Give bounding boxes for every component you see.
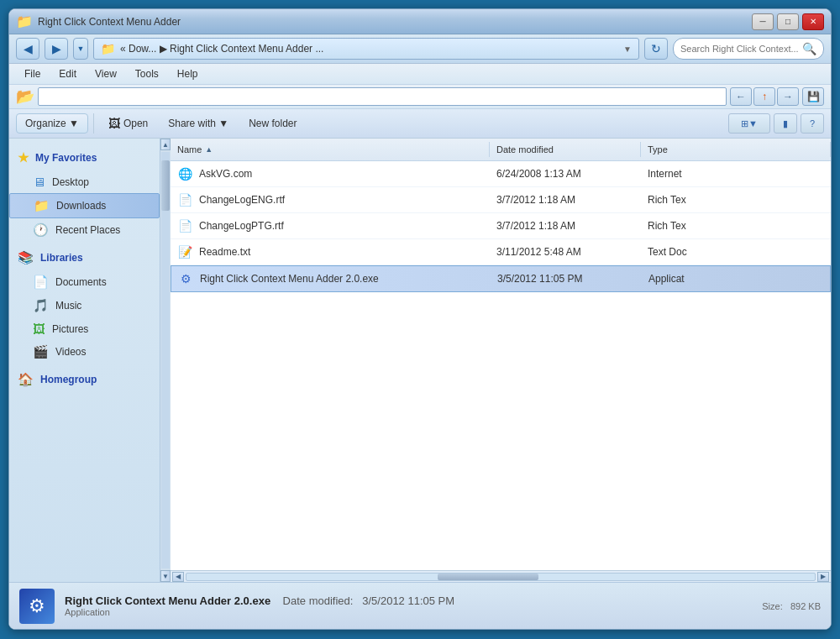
file-icon-2: 📄 (177, 218, 192, 233)
preview-pane-button[interactable]: ▮ (774, 113, 797, 134)
menu-edit[interactable]: Edit (50, 65, 85, 82)
menu-help[interactable]: Help (169, 65, 207, 82)
open-label: Open (123, 118, 148, 129)
toolbar-right: ⊞▼ ▮ ? (728, 113, 824, 134)
file-cell-date-3: 3/11/2012 5:48 AM (490, 244, 641, 259)
downloads-icon: 📁 (34, 198, 50, 213)
file-cell-name-0: 🌐 AskVG.com (171, 165, 490, 183)
open-button[interactable]: 🖼 Open (99, 113, 157, 134)
path-input[interactable] (38, 87, 727, 106)
h-scroll-thumb[interactable] (438, 574, 538, 580)
nav-buttons: ← ↑ → (730, 87, 799, 106)
file-icon-0: 🌐 (177, 166, 192, 181)
minimize-button[interactable]: ─ (752, 13, 774, 30)
share-button[interactable]: Share with ▼ (159, 113, 238, 134)
status-type: Application (65, 607, 752, 617)
view-options-button[interactable]: ⊞▼ (728, 113, 770, 134)
status-size-value: 892 KB (790, 601, 821, 611)
search-input[interactable] (680, 44, 799, 54)
favorites-header[interactable]: ★ My Favorites (9, 145, 160, 170)
favorites-label: My Favorites (35, 152, 97, 164)
search-icon[interactable]: 🔍 (802, 42, 816, 55)
col-type-header[interactable]: Type (641, 142, 831, 157)
address-bar[interactable]: 📁 « Dow... ▶ Right Click Context Menu Ad… (93, 38, 639, 60)
menu-file[interactable]: File (16, 65, 49, 82)
toolbar-separator-1 (93, 113, 94, 134)
sidebar-item-music[interactable]: 🎵 Music (9, 294, 160, 317)
horizontal-scrollbar[interactable]: ◀ ▶ (171, 570, 831, 582)
homegroup-icon: 🏠 (18, 372, 34, 387)
homegroup-section: 🏠 Homegroup (9, 367, 160, 392)
nav-forward-icon[interactable]: → (777, 87, 799, 106)
file-cell-date-4: 3/5/2012 11:05 PM (491, 271, 642, 286)
col-name-header[interactable]: Name ▲ (171, 142, 490, 157)
help-button[interactable]: ? (801, 113, 824, 134)
status-size-label: Size: (762, 601, 782, 611)
libraries-header[interactable]: 📚 Libraries (9, 245, 160, 270)
refresh-button[interactable]: ↻ (644, 38, 668, 60)
file-cell-name-1: 📄 ChangeLogENG.rtf (171, 191, 490, 209)
address-path: « Dow... ▶ Right Click Context Menu Adde… (120, 43, 618, 55)
scroll-left-button[interactable]: ◀ (172, 572, 184, 582)
file-cell-type-4: Applicat (642, 271, 830, 286)
sidebar-item-documents[interactable]: 📄 Documents (9, 270, 160, 294)
homegroup-header[interactable]: 🏠 Homegroup (9, 367, 160, 392)
nav-up-icon[interactable]: ↑ (753, 87, 775, 106)
title-bar-buttons: ─ □ ✕ (752, 13, 824, 30)
scroll-up-button[interactable]: ▲ (160, 139, 171, 150)
status-filename-text: Right Click Context Menu Adder 2.0.exe (65, 594, 270, 607)
status-icon-glyph: ⚙ (29, 595, 45, 617)
sidebar: ★ My Favorites 🖥 Desktop 📁 Downloads 🕐 R… (9, 139, 160, 582)
back-button[interactable]: ◀ (16, 38, 39, 60)
organize-button[interactable]: Organize ▼ (16, 113, 88, 134)
file-name-1: ChangeLogENG.rtf (199, 194, 285, 206)
history-dropdown-button[interactable]: ▼ (73, 38, 88, 60)
scroll-track[interactable] (161, 152, 170, 568)
music-icon: 🎵 (33, 298, 49, 313)
file-cell-name-2: 📄 ChangeLogPTG.rtf (171, 217, 490, 235)
scroll-down-button[interactable]: ▼ (160, 570, 171, 582)
sidebar-item-recent[interactable]: 🕐 Recent Places (9, 218, 160, 242)
col-date-header[interactable]: Date modified (490, 142, 641, 157)
save-button[interactable]: 💾 (802, 87, 824, 106)
nav-back-icon[interactable]: ← (730, 87, 752, 106)
sidebar-item-pictures[interactable]: 🖼 Pictures (9, 317, 160, 340)
table-row[interactable]: 🌐 AskVG.com 6/24/2008 1:13 AM Internet (171, 161, 831, 187)
scroll-right-button[interactable]: ▶ (817, 572, 829, 582)
address-folder-icon: 📁 (101, 42, 115, 55)
table-row[interactable]: ⚙ Right Click Context Menu Adder 2.0.exe… (171, 265, 831, 292)
maximize-button[interactable]: □ (777, 13, 799, 30)
file-list: 🌐 AskVG.com 6/24/2008 1:13 AM Internet 📄… (171, 161, 831, 570)
menu-tools[interactable]: Tools (127, 65, 167, 82)
new-folder-button[interactable]: New folder (239, 113, 306, 134)
table-row[interactable]: 📝 Readme.txt 3/11/2012 5:48 AM Text Doc (171, 239, 831, 265)
open-icon: 🖼 (108, 117, 120, 130)
table-row[interactable]: 📄 ChangeLogPTG.rtf 3/7/2012 1:18 AM Rich… (171, 213, 831, 239)
quick-folder-icon: 📂 (16, 87, 34, 106)
sidebar-scrollbar[interactable]: ▲ ▼ (160, 139, 171, 582)
title-bar: 📁 Right Click Context Menu Adder ─ □ ✕ (9, 9, 831, 34)
sidebar-item-downloads[interactable]: 📁 Downloads (9, 193, 160, 218)
address-area: ◀ ▶ ▼ 📁 « Dow... ▶ Right Click Context M… (9, 34, 831, 64)
menu-view[interactable]: View (87, 65, 125, 82)
main-content: ★ My Favorites 🖥 Desktop 📁 Downloads 🕐 R… (9, 139, 831, 582)
close-button[interactable]: ✕ (802, 13, 824, 30)
recent-icon: 🕐 (33, 223, 49, 238)
status-bar: ⚙ Right Click Context Menu Adder 2.0.exe… (9, 582, 831, 629)
file-cell-type-3: Text Doc (641, 244, 831, 259)
music-label: Music (55, 300, 81, 312)
sort-arrow-icon: ▲ (205, 145, 213, 154)
sidebar-item-desktop[interactable]: 🖥 Desktop (9, 170, 160, 193)
file-icon-4: ⚙ (178, 271, 193, 286)
search-bar[interactable]: 🔍 (673, 38, 824, 60)
menu-bar: File Edit View Tools Help (9, 64, 831, 85)
file-list-header: Name ▲ Date modified Type (171, 139, 831, 161)
sidebar-item-videos[interactable]: 🎬 Videos (9, 340, 160, 364)
videos-icon: 🎬 (33, 344, 49, 359)
table-row[interactable]: 📄 ChangeLogENG.rtf 3/7/2012 1:18 AM Rich… (171, 187, 831, 213)
scroll-thumb[interactable] (161, 160, 170, 211)
forward-button[interactable]: ▶ (45, 38, 68, 60)
favorites-section: ★ My Favorites 🖥 Desktop 📁 Downloads 🕐 R… (9, 145, 160, 242)
file-area: Name ▲ Date modified Type 🌐 AskVG.com 6/… (171, 139, 831, 582)
h-scroll-track[interactable] (186, 573, 816, 581)
